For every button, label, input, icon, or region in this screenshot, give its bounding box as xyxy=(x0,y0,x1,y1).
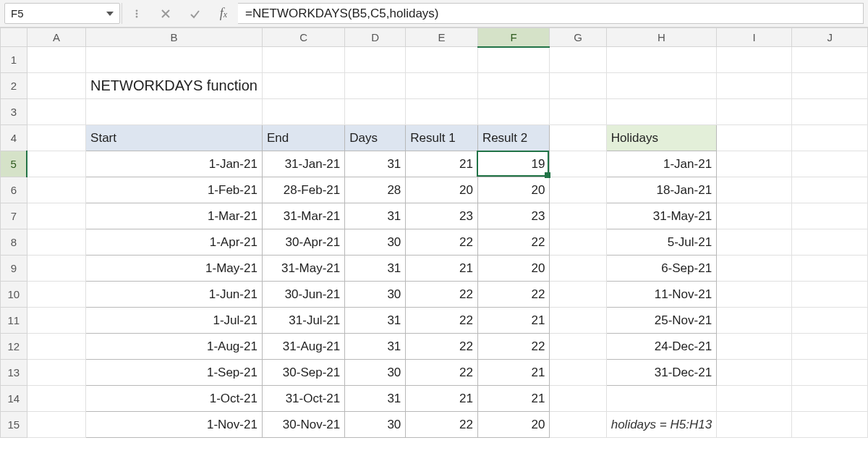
cell-B7[interactable]: 1-Mar-21 xyxy=(86,203,263,229)
cell-B12[interactable]: 1-Aug-21 xyxy=(86,334,263,360)
cell-G1[interactable] xyxy=(550,47,606,73)
row-header-8[interactable]: 8 xyxy=(1,229,27,256)
cell-I10[interactable] xyxy=(717,282,792,308)
cell-I13[interactable] xyxy=(717,360,792,386)
cell-H15[interactable]: holidays = H5:H13 xyxy=(606,412,716,438)
cell-A10[interactable] xyxy=(27,282,85,308)
cell-I3[interactable] xyxy=(717,99,792,125)
cell-C6[interactable]: 28-Feb-21 xyxy=(262,177,344,203)
cell-H6[interactable]: 18-Jan-21 xyxy=(606,177,716,203)
cell-B15[interactable]: 1-Nov-21 xyxy=(86,412,263,438)
cell-I1[interactable] xyxy=(717,47,792,73)
cell-D11[interactable]: 31 xyxy=(345,308,406,334)
cell-D2[interactable] xyxy=(345,73,406,99)
cell-E2[interactable] xyxy=(406,73,478,99)
cell-H9[interactable]: 6-Sep-21 xyxy=(606,256,716,282)
cell-F6[interactable]: 20 xyxy=(477,177,550,203)
cell-F8[interactable]: 22 xyxy=(477,229,550,256)
cell-C12[interactable]: 31-Aug-21 xyxy=(262,334,344,360)
cell-A5[interactable] xyxy=(27,151,85,177)
cell-H13[interactable]: 31-Dec-21 xyxy=(606,360,716,386)
cell-J4[interactable] xyxy=(792,125,868,151)
cell-C3[interactable] xyxy=(262,99,344,125)
cell-F5[interactable]: 19 xyxy=(477,151,550,177)
cell-D4[interactable]: Days xyxy=(345,125,406,151)
cell-E5[interactable]: 21 xyxy=(406,151,478,177)
cell-B8[interactable]: 1-Apr-21 xyxy=(86,229,263,256)
cell-A6[interactable] xyxy=(27,177,85,203)
cell-F14[interactable]: 21 xyxy=(477,386,550,412)
cell-H12[interactable]: 24-Dec-21 xyxy=(606,334,716,360)
cell-J12[interactable] xyxy=(792,334,868,360)
cell-J7[interactable] xyxy=(792,203,868,229)
cell-G2[interactable] xyxy=(550,73,606,99)
cell-A7[interactable] xyxy=(27,203,85,229)
cell-C13[interactable]: 30-Sep-21 xyxy=(262,360,344,386)
cell-B13[interactable]: 1-Sep-21 xyxy=(86,360,263,386)
cell-C5[interactable]: 31-Jan-21 xyxy=(262,151,344,177)
cell-A15[interactable] xyxy=(27,412,85,438)
enter-button[interactable] xyxy=(180,0,209,27)
cell-A13[interactable] xyxy=(27,360,85,386)
cell-H7[interactable]: 31-May-21 xyxy=(606,203,716,229)
cell-B6[interactable]: 1-Feb-21 xyxy=(86,177,263,203)
row-header-3[interactable]: 3 xyxy=(1,99,27,125)
cell-G3[interactable] xyxy=(550,99,606,125)
cell-J5[interactable] xyxy=(792,151,868,177)
cell-C2[interactable] xyxy=(262,73,344,99)
cell-B4[interactable]: Start xyxy=(86,125,263,151)
cell-I2[interactable] xyxy=(717,73,792,99)
column-header-E[interactable]: E xyxy=(406,28,478,47)
cell-J15[interactable] xyxy=(792,412,868,438)
cell-A3[interactable] xyxy=(27,99,85,125)
cell-D9[interactable]: 31 xyxy=(345,256,406,282)
cell-G4[interactable] xyxy=(550,125,606,151)
cell-G10[interactable] xyxy=(550,282,606,308)
cell-J11[interactable] xyxy=(792,308,868,334)
row-header-11[interactable]: 11 xyxy=(1,308,27,334)
cell-E6[interactable]: 20 xyxy=(406,177,478,203)
row-header-9[interactable]: 9 xyxy=(1,256,27,282)
cell-F1[interactable] xyxy=(477,47,550,73)
cell-C14[interactable]: 31-Oct-21 xyxy=(262,386,344,412)
cell-C1[interactable] xyxy=(262,47,344,73)
cell-E7[interactable]: 23 xyxy=(406,203,478,229)
cell-J10[interactable] xyxy=(792,282,868,308)
insert-function-button[interactable]: fx xyxy=(209,0,238,27)
cell-E4[interactable]: Result 1 xyxy=(406,125,478,151)
cell-G14[interactable] xyxy=(550,386,606,412)
column-header-B[interactable]: B xyxy=(86,28,263,47)
cell-F2[interactable] xyxy=(477,73,550,99)
cell-I6[interactable] xyxy=(717,177,792,203)
cell-F4[interactable]: Result 2 xyxy=(477,125,550,151)
cell-G6[interactable] xyxy=(550,177,606,203)
cell-A2[interactable] xyxy=(27,73,85,99)
cell-C9[interactable]: 31-May-21 xyxy=(262,256,344,282)
cell-F12[interactable]: 22 xyxy=(477,334,550,360)
cell-I12[interactable] xyxy=(717,334,792,360)
row-header-12[interactable]: 12 xyxy=(1,334,27,360)
column-header-C[interactable]: C xyxy=(262,28,344,47)
cell-I8[interactable] xyxy=(717,229,792,256)
cell-E10[interactable]: 22 xyxy=(406,282,478,308)
cell-G8[interactable] xyxy=(550,229,606,256)
column-header-J[interactable]: J xyxy=(792,28,868,47)
cell-H14[interactable] xyxy=(606,386,716,412)
cell-D6[interactable]: 28 xyxy=(345,177,406,203)
cell-C11[interactable]: 31-Jul-21 xyxy=(262,308,344,334)
cell-A11[interactable] xyxy=(27,308,85,334)
cell-E12[interactable]: 22 xyxy=(406,334,478,360)
column-header-A[interactable]: A xyxy=(27,28,85,47)
cell-B9[interactable]: 1-May-21 xyxy=(86,256,263,282)
cell-B11[interactable]: 1-Jul-21 xyxy=(86,308,263,334)
cell-H11[interactable]: 25-Nov-21 xyxy=(606,308,716,334)
row-header-7[interactable]: 7 xyxy=(1,203,27,229)
cell-H1[interactable] xyxy=(606,47,716,73)
select-all-corner[interactable] xyxy=(1,28,27,47)
cell-E14[interactable]: 21 xyxy=(406,386,478,412)
cell-B2[interactable]: NETWORKDAYS function xyxy=(86,73,263,99)
cell-E15[interactable]: 22 xyxy=(406,412,478,438)
cell-D13[interactable]: 30 xyxy=(345,360,406,386)
cell-A9[interactable] xyxy=(27,256,85,282)
cell-J3[interactable] xyxy=(792,99,868,125)
